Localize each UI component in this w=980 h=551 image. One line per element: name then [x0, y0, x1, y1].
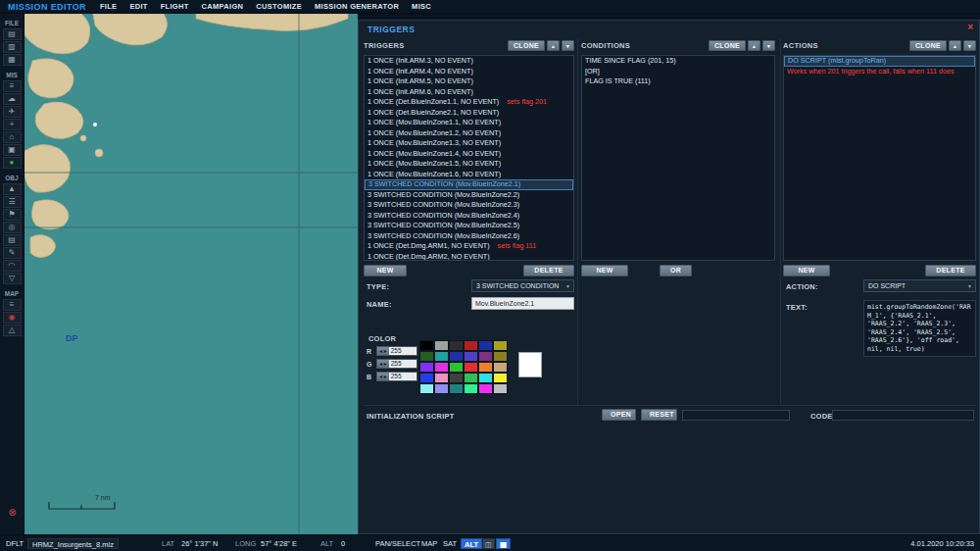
color-swatch[interactable]	[449, 373, 464, 383]
ship-group-icon[interactable]: ⌂	[3, 131, 22, 143]
unit-dot[interactable]	[93, 123, 97, 126]
vehicle-group-icon[interactable]: ▣	[3, 144, 22, 156]
trigger-item[interactable]: 3 SWITCHED CONDITION (Mov.BlueInZone2.6)	[365, 231, 573, 242]
alt-layer-button[interactable]: ALT	[461, 538, 482, 549]
action-new-button[interactable]: NEW	[783, 265, 830, 276]
ruler-icon[interactable]: △	[3, 325, 22, 336]
sat-layer-button[interactable]: SAT	[443, 538, 457, 549]
action-type-dropdown[interactable]: DO SCRIPT ▾	[863, 279, 976, 292]
trigger-item[interactable]: 3 SWITCHED CONDITION (Mov.BlueInZone2.5)	[365, 221, 573, 231]
color-swatch[interactable]	[419, 340, 434, 351]
save-mission-icon[interactable]: ▦	[3, 54, 22, 66]
trigger-delete-button[interactable]: DELETE	[523, 265, 574, 276]
trigger-item[interactable]: 3 SWITCHED CONDITION (Mov.BlueInZone2.4)	[365, 211, 573, 222]
trigger-item[interactable]: 1 ONCE (Mov.BlueInZone1.1, NO EVENT)	[365, 118, 573, 128]
snap-grid-icon[interactable]: ◫	[482, 538, 495, 549]
coord-units-icon[interactable]: ▦	[496, 538, 511, 549]
condition-item[interactable]: TIME SINCE FLAG (201, 15)	[582, 56, 774, 67]
color-swatch[interactable]	[434, 373, 449, 383]
unit-list-icon[interactable]: ☰	[3, 196, 22, 208]
helicopter-group-icon[interactable]: +	[3, 119, 22, 130]
trigger-item[interactable]: 1 ONCE (Det.Dmg.ARM2, NO EVENT)	[365, 252, 573, 262]
layers-icon[interactable]: ≡	[3, 299, 22, 311]
condition-item[interactable]: [OR]	[582, 67, 774, 77]
color-swatch[interactable]	[493, 340, 508, 351]
color-swatch[interactable]	[478, 351, 493, 362]
color-swatch[interactable]	[434, 383, 449, 394]
color-swatch[interactable]	[419, 373, 434, 383]
map-viewport[interactable]: DP 7 nm	[24, 14, 358, 534]
open-mission-icon[interactable]: ▥	[3, 41, 22, 53]
trigger-item[interactable]: 3 SWITCHED CONDITION (Mov.BlueInZone2.3)	[365, 200, 573, 211]
condition-new-button[interactable]: NEW	[581, 265, 628, 276]
draw-tool-icon[interactable]: ✎	[3, 247, 22, 259]
trigger-item[interactable]: 1 ONCE (Det.BlueInZone2.1, NO EVENT)	[365, 108, 573, 119]
color-swatch[interactable]	[434, 362, 449, 373]
color-swatch[interactable]	[419, 351, 434, 362]
trigger-item[interactable]: 1 ONCE (Init.ARM.6, NO EVENT)	[365, 87, 573, 98]
trigger-item[interactable]: 3 SWITCHED CONDITION (Mov.BlueInZone2.2)	[365, 190, 573, 201]
init-script-reset-button[interactable]: RESET	[641, 409, 677, 421]
actions-move-down-button[interactable]: ▾	[963, 40, 976, 51]
color-swatch[interactable]	[478, 383, 493, 394]
trigger-item[interactable]: 1 ONCE (Mov.BlueInZone1.6, NO EVENT)	[365, 170, 573, 180]
color-swatch[interactable]	[493, 373, 508, 383]
color-swatch[interactable]	[464, 362, 478, 373]
condition-item[interactable]: FLAG IS TRUE (111)	[582, 76, 774, 87]
menu-flight[interactable]: FLIGHT	[161, 2, 189, 11]
trigger-new-button[interactable]: NEW	[364, 265, 407, 276]
color-swatch[interactable]	[419, 362, 434, 373]
aircraft-group-icon[interactable]: ✈	[3, 106, 22, 118]
menu-customize[interactable]: CUSTOMIZE	[256, 2, 302, 11]
conditions-move-up-button[interactable]: ▴	[748, 40, 760, 51]
color-swatch[interactable]	[478, 362, 493, 373]
color-b-stepper[interactable]: ◂ ▸ 255	[376, 372, 417, 381]
action-script-textarea[interactable]: mist.groupToRandomZone('RARM_1', {'RAAS_…	[863, 300, 976, 357]
menu-file[interactable]: FILE	[100, 2, 117, 11]
trigger-item[interactable]: 1 ONCE (Det.BlueInZone1.1, NO EVENT)sets…	[365, 97, 573, 108]
conditions-list[interactable]: TIME SINCE FLAG (201, 15)[OR]FLAG IS TRU…	[581, 55, 775, 261]
conditions-clone-button[interactable]: CLONE	[709, 40, 746, 51]
trigger-item[interactable]: 1 ONCE (Mov.BlueInZone1.3, NO EVENT)	[365, 138, 573, 149]
color-swatch[interactable]	[464, 340, 478, 351]
color-swatch[interactable]	[449, 351, 464, 362]
color-r-stepper[interactable]: ◂ ▸ 255	[376, 346, 417, 356]
trigger-item[interactable]: 3 SWITCHED CONDITION (Mov.BlueInZone2.1)	[365, 179, 573, 190]
init-script-code-input[interactable]	[832, 410, 974, 421]
goals-icon[interactable]: ◎	[3, 222, 22, 233]
stepper-arrows-icon[interactable]: ◂ ▸	[377, 373, 389, 380]
marker-icon[interactable]: ▽	[3, 273, 22, 284]
color-g-stepper[interactable]: ◂ ▸ 255	[376, 359, 417, 369]
actions-move-up-button[interactable]: ▴	[949, 40, 961, 51]
trigger-item[interactable]: 1 ONCE (Init.ARM.3, NO EVENT)	[365, 56, 573, 67]
close-icon[interactable]: ×	[967, 23, 973, 32]
color-swatch[interactable]	[434, 340, 449, 351]
action-item[interactable]: DO SCRIPT (mist.groupToRan)	[784, 56, 975, 67]
action-item[interactable]: Works when 201 triggers the call, fails …	[784, 67, 975, 77]
color-swatch[interactable]	[464, 351, 478, 362]
exit-icon[interactable]: ⊗	[3, 506, 22, 519]
menu-mission-generator[interactable]: MISSION GENERATOR	[315, 2, 399, 11]
actions-list[interactable]: DO SCRIPT (mist.groupToRan)Works when 20…	[783, 55, 976, 261]
trigger-item[interactable]: 1 ONCE (Mov.BlueInZone1.5, NO EVENT)	[365, 159, 573, 170]
color-swatch[interactable]	[493, 383, 508, 394]
briefing-icon[interactable]: ≡	[3, 80, 22, 92]
color-swatch[interactable]	[434, 351, 449, 362]
trigger-item[interactable]: 1 ONCE (Init.ARM.5, NO EVENT)	[365, 76, 573, 87]
trigger-name-input[interactable]	[471, 297, 574, 310]
trigger-zone-icon[interactable]: ●	[3, 157, 22, 169]
color-swatch[interactable]	[478, 373, 493, 383]
stepper-arrows-icon[interactable]: ◂ ▸	[377, 347, 389, 355]
trigger-item[interactable]: 1 ONCE (Init.ARM.4, NO EVENT)	[365, 67, 573, 77]
triggers-icon[interactable]: ⚑	[3, 209, 22, 221]
trigger-item[interactable]: 1 ONCE (Mov.BlueInZone1.4, NO EVENT)	[365, 149, 573, 160]
color-swatch[interactable]	[478, 340, 493, 351]
new-mission-icon[interactable]: ▤	[3, 28, 22, 40]
triggers-clone-button[interactable]: CLONE	[508, 40, 545, 51]
triggers-move-up-button[interactable]: ▴	[547, 40, 560, 51]
color-swatch[interactable]	[493, 362, 508, 373]
color-swatch[interactable]	[493, 351, 508, 362]
triggers-list[interactable]: 1 ONCE (Init.ARM.3, NO EVENT)1 ONCE (Ini…	[364, 55, 574, 261]
menu-edit[interactable]: EDIT	[129, 2, 147, 11]
actions-clone-button[interactable]: CLONE	[909, 40, 947, 51]
